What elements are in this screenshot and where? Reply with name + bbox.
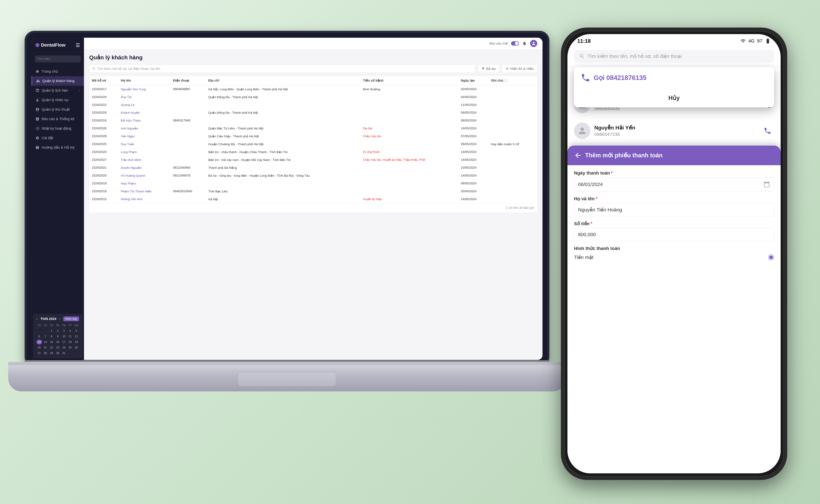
table-row: 2324I2017 Nguyễn Sim Tung 0904699887 Hà … <box>89 85 537 93</box>
cell-date: 09/05/2024 <box>458 179 489 187</box>
cal-day[interactable] <box>73 351 79 356</box>
cal-day[interactable]: 5 <box>73 328 79 333</box>
cal-day[interactable]: 1 <box>49 328 54 333</box>
cal-day[interactable]: 2 <box>55 328 60 333</box>
sidebar-item-treatments-label: Quản lý thủ thuật <box>42 107 70 112</box>
sidebar-item-settings[interactable]: Cài đặt <box>31 133 84 143</box>
cell-history <box>360 172 458 179</box>
arrow-left-icon[interactable] <box>574 151 582 159</box>
cell-history <box>360 93 458 101</box>
sidebar-item-help[interactable]: Hướng dẫn & Hỗ trợ <box>31 143 84 152</box>
cal-day[interactable]: 26 <box>73 345 79 350</box>
cal-day[interactable]: 23 <box>55 345 60 350</box>
cal-day[interactable]: 16 <box>55 340 60 345</box>
table-row: 2324I2019 Hữu Phạm 09/05/2024 <box>89 179 537 187</box>
contact-item[interactable]: Nguyễn Hải Yến 0986547236 <box>568 118 781 144</box>
cell-address: Quận Đống Đa - Thành phố Hà Nội <box>206 109 360 117</box>
table-row: 2324I2016 Đỗ Hữu Thơm 0845317940 08/05/2… <box>89 117 537 124</box>
laptop-trackpad[interactable] <box>238 372 336 386</box>
cal-day[interactable] <box>67 351 73 356</box>
cal-day[interactable]: 28 <box>43 351 48 356</box>
sidebar-item-activity[interactable]: Nhật ký hoạt động <box>31 124 84 133</box>
call-action[interactable]: Gọi 08421876135 <box>574 67 774 89</box>
payment-method-tienmat[interactable]: Tiền mặt <box>574 253 774 262</box>
sidebar-item-staff[interactable]: Quản lý nhân sự <box>31 95 84 105</box>
cell-note <box>489 101 537 109</box>
bell-icon[interactable] <box>522 41 527 46</box>
phone-search-bar: Tìm kiếm theo tên, mã hồ sơ, số điện tho… <box>568 47 781 67</box>
calendar-today-button[interactable]: Hôm nay <box>63 316 79 321</box>
sidebar-item-customers[interactable]: Quản lý khách hàng <box>31 76 84 86</box>
cal-day[interactable]: 10 <box>61 334 67 339</box>
cal-day[interactable] <box>43 328 48 333</box>
cal-day[interactable]: 24 <box>61 345 67 350</box>
cell-name: Vũ Hương Quỳnh <box>118 172 170 179</box>
cal-header-sun: CN <box>73 323 79 328</box>
cell-date: 14/05/2024 <box>458 156 489 164</box>
battery-label: 97 <box>757 38 762 44</box>
cal-day[interactable]: 12 <box>73 334 79 339</box>
call-overlay: Gọi 08421876135 Hủy <box>574 67 774 107</box>
payment-date-field: Ngày thanh toán * 06/01/2024 <box>574 170 774 191</box>
cal-day[interactable]: 21 <box>43 345 48 350</box>
cal-day[interactable]: 4 <box>67 328 73 333</box>
cal-day[interactable]: 15 <box>49 340 54 345</box>
calendar-prev-btn[interactable]: ‹ <box>36 317 38 321</box>
cell-id: 2324I2017 <box>89 85 118 93</box>
cell-history: Huyết áp thấp <box>360 195 458 203</box>
cal-header-sat: T7 <box>67 323 73 328</box>
cal-day[interactable]: 27 <box>36 351 42 356</box>
cell-address: Huyện Chương Mỹ - Thành phố Hà Nội <box>206 140 360 148</box>
cancel-button[interactable]: Hủy <box>574 89 774 107</box>
sidebar-search-input[interactable] <box>35 55 81 62</box>
phone-search-input[interactable]: Tìm kiếm theo tên, mã hồ sơ, số điện tho… <box>574 50 774 62</box>
cal-day[interactable]: 20 <box>36 345 42 350</box>
payment-date-input[interactable]: 06/01/2024 <box>574 177 774 191</box>
sidebar-item-reports[interactable]: Báo cáo & Thống kê <box>31 114 84 124</box>
cal-day[interactable]: 14 <box>43 340 48 345</box>
payment-name-label: Họ và tên * <box>574 196 774 201</box>
cell-id: 2324I2025 <box>89 140 118 148</box>
app-logo-text: DentalFlow <box>41 42 65 48</box>
calendar-next-btn[interactable]: › <box>59 317 60 321</box>
cal-day-today[interactable]: 13 <box>36 340 42 345</box>
cal-day[interactable] <box>36 328 42 333</box>
cell-phone <box>170 124 206 132</box>
customer-search-input[interactable]: Tìm theo mã hồ sơ, số điện thoại, họ tên <box>89 65 476 73</box>
payment-name-input[interactable]: Nguyễn Tiến Hoàng <box>574 203 774 216</box>
cal-day[interactable]: 29 <box>49 351 54 356</box>
cell-history: Dị ứng thuốc <box>360 148 458 156</box>
cal-day[interactable]: 19 <box>73 340 79 345</box>
contact-call-button[interactable] <box>761 124 774 137</box>
cal-day[interactable]: 9 <box>55 334 60 339</box>
payment-amount-input[interactable]: 800,000 <box>574 228 774 241</box>
cal-day[interactable]: 6 <box>36 334 42 339</box>
filter-button[interactable]: Bộ lọc <box>478 65 500 73</box>
cal-day[interactable]: 30 <box>55 351 60 356</box>
cal-day[interactable]: 11 <box>67 334 73 339</box>
user-avatar[interactable] <box>530 40 537 47</box>
cal-day[interactable]: 3 <box>61 328 67 333</box>
cal-day[interactable]: 18 <box>67 340 73 345</box>
cal-day[interactable]: 25 <box>67 345 73 350</box>
sidebar-item-appointments[interactable]: Quản lý lịch hẹn › <box>31 86 84 95</box>
cell-history <box>360 140 458 148</box>
sidebar-item-home[interactable]: Trang chủ <box>31 67 84 76</box>
sidebar-item-help-label: Hướng dẫn & Hỗ trợ <box>42 145 74 150</box>
cal-day[interactable]: 7 <box>43 334 48 339</box>
sidebar-item-treatments[interactable]: Quản lý thủ thuật <box>31 105 84 114</box>
cal-day[interactable]: 31 <box>61 351 67 356</box>
menu-toggle-icon[interactable]: ☰ <box>76 42 80 48</box>
report-toggle[interactable] <box>511 41 519 46</box>
cell-id: 2324I2028 <box>89 132 118 140</box>
cell-date: 07/05/2024 <box>458 132 489 140</box>
radio-button[interactable] <box>768 254 774 260</box>
cal-day[interactable]: 17 <box>61 340 67 345</box>
display-button[interactable]: Hiển thị & Hiều <box>502 65 537 73</box>
phone-status-bar: 11:18 4G 97 <box>568 34 781 47</box>
calendar-month-label: Th05 2024 <box>40 317 56 321</box>
cell-phone: 0845317940 <box>170 117 206 124</box>
cal-day[interactable]: 8 <box>49 334 54 339</box>
network-label: 4G <box>748 38 754 44</box>
cal-day[interactable]: 22 <box>49 345 54 350</box>
